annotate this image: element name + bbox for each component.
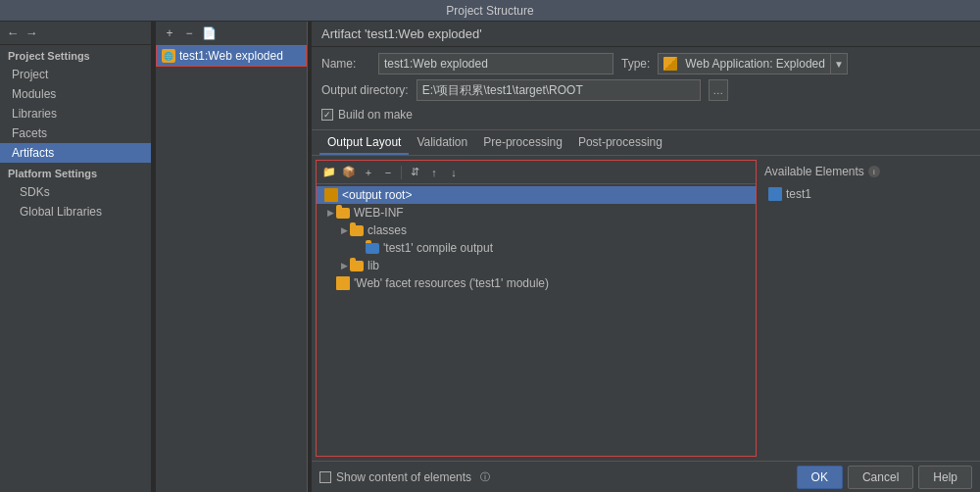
available-item-label: test1 [786,187,811,201]
type-select-btn[interactable]: Web Application: Exploded [658,53,830,74]
ok-button[interactable]: OK [797,466,843,489]
toolbar-package-icon[interactable]: 📦 [340,164,358,181]
artifact-item-icon: 🌐 [162,49,175,63]
title-bar-text: Project Structure [446,4,533,18]
output-root-label: <output root> [342,188,412,202]
web-facet-icon [336,276,350,290]
tab-post-processing[interactable]: Post-processing [570,131,670,155]
tree-content: <output root> ▶ WEB-INF ▶ classes [317,184,756,456]
sidebar-item-facets[interactable]: Facets [0,123,151,143]
lib-icon [350,261,364,271]
output-dir-row: Output directory: … [321,79,970,101]
add-artifact-btn[interactable]: + [161,25,178,42]
tab-validation[interactable]: Validation [409,131,475,155]
output-dir-browse-btn[interactable]: … [709,79,728,101]
toolbar-add-icon[interactable]: + [360,164,377,181]
output-dir-label: Output directory: [321,83,409,97]
copy-artifact-btn[interactable]: 📄 [200,25,218,42]
tab-output-layout[interactable]: Output Layout [319,131,409,155]
sidebar-item-sdks[interactable]: SDKs [0,182,151,202]
tree-item-compile-output[interactable]: ▶ 'test1' compile output [317,239,756,257]
sidebar-item-artifacts[interactable]: Artifacts [0,143,151,163]
artifact-list-item[interactable]: 🌐 test1:Web exploded [156,45,307,67]
show-content-row: Show content of elements ⓘ [319,468,494,486]
tabs-bar: Output Layout Validation Pre-processing … [312,130,980,156]
compile-output-label: 'test1' compile output [383,241,493,255]
available-item-test1[interactable]: test1 [760,185,976,203]
available-header-label: Available Elements [764,165,864,178]
sidebar-forward-btn[interactable]: → [24,25,39,41]
lib-arrow[interactable]: ▶ [338,260,350,271]
module-icon [768,187,782,201]
tree-item-web-inf[interactable]: ▶ WEB-INF [317,204,756,221]
type-icon [663,57,677,71]
name-row: Name: Type: Web Application: Exploded ▼ [321,53,970,74]
show-content-info-btn[interactable]: ⓘ [476,468,494,486]
available-header: Available Elements i [760,160,976,183]
name-input[interactable] [378,53,613,74]
artifact-item-label: test1:Web exploded [179,49,283,63]
show-content-checkbox[interactable] [319,471,331,483]
tree-item-output-root[interactable]: <output root> [317,186,756,204]
output-layout: 📁 📦 + − ⇵ ↑ ↓ <output root> [312,156,980,461]
title-bar: Project Structure [0,0,980,22]
tree-item-classes[interactable]: ▶ classes [317,221,756,239]
build-on-make-label: Build on make [338,108,413,122]
build-on-make-checkbox[interactable] [321,109,333,121]
sidebar-toolbar: ← → [0,22,151,45]
toolbar-folder-icon[interactable]: 📁 [320,164,338,181]
classes-icon [350,225,364,236]
available-info-icon[interactable]: i [868,166,880,177]
web-facet-label: 'Web' facet resources ('test1' module) [354,276,549,290]
toolbar-remove-icon[interactable]: − [379,164,397,181]
sidebar-item-libraries[interactable]: Libraries [0,104,151,123]
sidebar-item-modules[interactable]: Modules [0,84,151,104]
sidebar-item-project[interactable]: Project [0,65,151,84]
sidebar-item-global-libraries[interactable]: Global Libraries [0,202,151,221]
available-content: test1 [760,183,976,457]
help-button[interactable]: Help [918,466,972,489]
toolbar-up-icon[interactable]: ↑ [425,164,443,181]
sidebar: ← → Project Settings Project Modules Lib… [0,22,152,492]
web-inf-arrow[interactable]: ▶ [324,207,336,219]
tree-item-web-facet[interactable]: ▶ 'Web' facet resources ('test1' module) [317,274,756,292]
tree-toolbar: 📁 📦 + − ⇵ ↑ ↓ [317,161,756,184]
web-inf-label: WEB-INF [354,206,404,220]
main-container: ← → Project Settings Project Modules Lib… [0,22,980,492]
classes-label: classes [368,223,407,237]
tree-panel: 📁 📦 + − ⇵ ↑ ↓ <output root> [316,160,757,457]
output-dir-input[interactable] [416,79,701,101]
name-label: Name: [321,57,370,71]
dialog-buttons: OK Cancel Help [797,466,972,489]
artifact-list-toolbar: + − 📄 [156,22,307,45]
artifact-list-panel: + − 📄 🌐 test1:Web exploded [156,22,308,492]
lib-label: lib [368,259,379,272]
compile-output-icon [366,243,379,254]
tree-item-lib[interactable]: ▶ lib [317,257,756,274]
build-on-make-row: Build on make [321,106,970,123]
bottom-bar: Show content of elements ⓘ OK Cancel Hel… [312,461,980,492]
cancel-button[interactable]: Cancel [848,466,913,489]
remove-artifact-btn[interactable]: − [180,25,198,42]
artifact-detail-header: Artifact 'test1:Web exploded' [312,22,980,47]
web-inf-icon [336,208,350,219]
sidebar-platform-section: Platform Settings [0,163,151,182]
type-label: Type: [621,57,650,71]
type-dropdown-arrow[interactable]: ▼ [830,53,848,74]
type-select-container: Web Application: Exploded ▼ [658,53,848,74]
available-panel: Available Elements i test1 [760,160,976,457]
output-root-icon [324,188,338,202]
show-content-label: Show content of elements [336,470,471,484]
sidebar-section-title: Project Settings [0,45,151,65]
toolbar-down-icon[interactable]: ↓ [445,164,463,181]
artifact-properties: Name: Type: Web Application: Exploded ▼ … [312,47,980,130]
content-area: Artifact 'test1:Web exploded' Name: Type… [312,22,980,492]
type-value: Web Application: Exploded [685,57,825,71]
toolbar-separator [401,166,402,179]
tab-pre-processing[interactable]: Pre-processing [475,131,570,155]
classes-arrow[interactable]: ▶ [338,224,350,236]
toolbar-sort-icon[interactable]: ⇵ [406,164,423,181]
sidebar-back-btn[interactable]: ← [5,25,21,41]
